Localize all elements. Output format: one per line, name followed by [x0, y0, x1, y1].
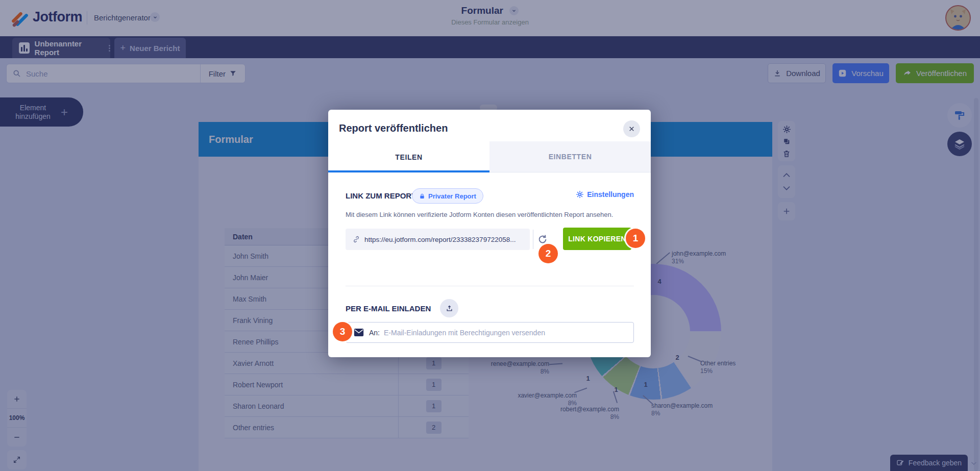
- private-report-label: Privater Report: [428, 192, 476, 200]
- section-divider: [346, 286, 634, 286]
- url-divider: [533, 230, 533, 249]
- report-url-field[interactable]: https://eu.jotform.com/report/2333823797…: [346, 229, 530, 250]
- report-builder-app: Jotform Berichtgenerator Formular Dieses…: [0, 0, 980, 471]
- report-url-text: https://eu.jotform.com/report/2333823797…: [364, 236, 516, 243]
- lock-icon: [419, 193, 425, 200]
- modal-close-button[interactable]: [623, 120, 640, 137]
- modal-tabs: TEILEN EINBETTEN: [328, 141, 651, 172]
- link-icon: [352, 235, 360, 243]
- envelope-icon: [354, 328, 364, 337]
- email-section-title: PER E-MAIL EINLADEN: [346, 304, 431, 313]
- copy-link-button[interactable]: LINK KOPIEREN: [563, 228, 631, 250]
- upload-icon: [446, 305, 453, 312]
- link-description: Mit diesem Link können verifizierte Jotf…: [346, 211, 613, 218]
- step-badge-1[interactable]: 1: [626, 229, 645, 248]
- settings-gear-icon: [576, 190, 584, 199]
- private-report-badge[interactable]: Privater Report: [412, 188, 483, 204]
- step-badge-2[interactable]: 2: [538, 244, 558, 263]
- close-icon: [628, 126, 635, 132]
- settings-label: Einstellungen: [587, 190, 634, 199]
- email-invite-input[interactable]: [384, 329, 633, 337]
- refresh-link-icon[interactable]: [537, 234, 548, 245]
- tab-einbetten[interactable]: EINBETTEN: [489, 141, 651, 172]
- step-badge-3[interactable]: 3: [333, 322, 352, 341]
- modal-title: Report veröffentlichen: [339, 122, 448, 134]
- tab-teilen[interactable]: TEILEN: [328, 141, 489, 172]
- upload-contacts-button[interactable]: [440, 299, 458, 317]
- publish-report-modal: Report veröffentlichen TEILEN EINBETTEN …: [328, 110, 651, 357]
- email-to-label: An:: [369, 329, 380, 337]
- email-invite-field[interactable]: An:: [346, 322, 634, 343]
- link-section-label: LINK ZUM REPORT: [346, 191, 416, 200]
- settings-link[interactable]: Einstellungen: [576, 190, 634, 199]
